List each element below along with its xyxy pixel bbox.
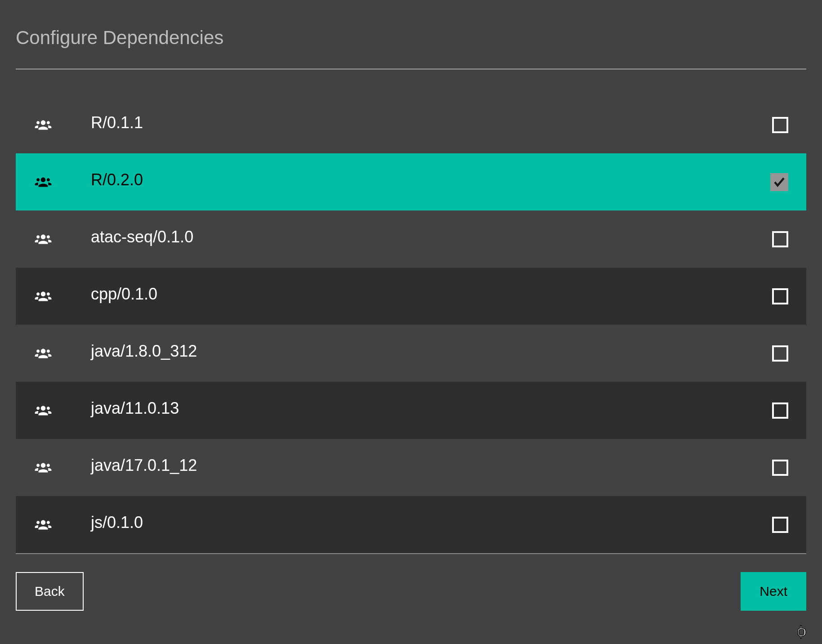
- dependency-label: java/1.8.0_312: [91, 342, 772, 365]
- dependency-label: cpp/0.1.0: [91, 285, 772, 308]
- back-button[interactable]: Back: [16, 572, 84, 611]
- dependency-label: R/0.2.0: [91, 170, 770, 194]
- checkbox[interactable]: [772, 231, 788, 247]
- next-button[interactable]: Next: [741, 572, 806, 611]
- dependency-list: R/0.1.1 R/0.2.0 atac-seq/0.1.0 cpp/0.1.0…: [16, 96, 806, 553]
- group-icon: [34, 287, 53, 306]
- dependency-row[interactable]: java/1.8.0_312: [16, 325, 806, 382]
- checkbox[interactable]: [770, 173, 788, 191]
- dependency-label: java/11.0.13: [91, 399, 772, 422]
- dependency-row[interactable]: cpp/0.1.0: [16, 268, 806, 325]
- check-icon: [773, 175, 786, 189]
- dependency-label: R/0.1.1: [91, 113, 772, 137]
- group-icon: [34, 173, 53, 192]
- group-icon: [34, 116, 53, 134]
- group-icon: [34, 515, 53, 534]
- checkbox[interactable]: [772, 345, 788, 362]
- checkbox[interactable]: [772, 517, 788, 533]
- page-title: Configure Dependencies: [16, 0, 806, 69]
- group-icon: [34, 401, 53, 420]
- button-row: Back Next: [16, 554, 806, 629]
- checkbox[interactable]: [772, 288, 788, 304]
- dependency-row[interactable]: R/0.2.0: [16, 153, 806, 210]
- group-icon: [34, 344, 53, 363]
- dependency-label: atac-seq/0.1.0: [91, 228, 772, 251]
- dependency-label: java/17.0.1_12: [91, 456, 772, 479]
- dependency-row[interactable]: java/11.0.13: [16, 382, 806, 439]
- checkbox[interactable]: [772, 402, 788, 419]
- group-icon: [34, 458, 53, 477]
- checkbox[interactable]: [772, 117, 788, 133]
- checkbox[interactable]: [772, 460, 788, 476]
- dependency-label: js/0.1.0: [91, 513, 772, 537]
- top-divider: [16, 69, 806, 69]
- dependency-row[interactable]: atac-seq/0.1.0: [16, 210, 806, 268]
- group-icon: [34, 230, 53, 249]
- dependency-row[interactable]: R/0.1.1: [16, 96, 806, 153]
- dependency-row[interactable]: java/17.0.1_12: [16, 439, 806, 496]
- dependency-row[interactable]: js/0.1.0: [16, 496, 806, 553]
